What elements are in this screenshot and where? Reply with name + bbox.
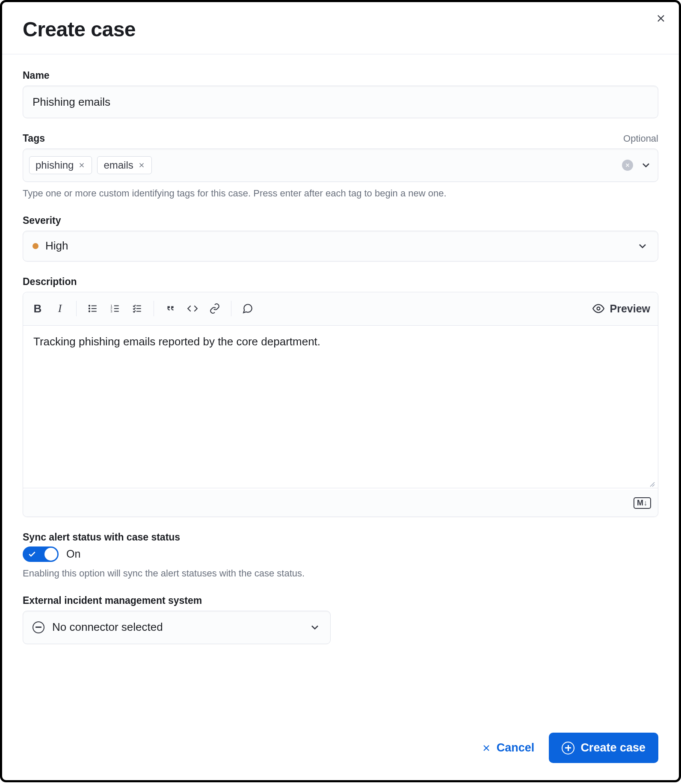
svg-point-4 xyxy=(89,308,90,309)
connector-field: External incident management system No c… xyxy=(23,595,658,644)
tags-optional: Optional xyxy=(623,133,658,144)
remove-tag-icon[interactable] xyxy=(78,161,86,169)
connector-value: No connector selected xyxy=(52,621,163,634)
create-case-button[interactable]: Create case xyxy=(549,733,658,763)
description-textarea[interactable] xyxy=(23,326,658,488)
tag-pill: emails xyxy=(97,156,151,174)
modal-body: Name Tags Optional phishing emails xyxy=(2,54,679,724)
svg-point-15 xyxy=(597,307,600,310)
svg-point-5 xyxy=(89,311,90,312)
modal-footer: Cancel Create case xyxy=(2,724,679,780)
svg-text:3: 3 xyxy=(110,309,112,313)
cancel-label: Cancel xyxy=(497,741,535,754)
code-icon[interactable] xyxy=(186,302,199,315)
tag-text: phishing xyxy=(36,159,74,171)
severity-label: Severity xyxy=(23,215,61,226)
chevron-down-icon xyxy=(309,621,321,633)
sync-state: On xyxy=(66,548,80,560)
sync-label: Sync alert status with case status xyxy=(23,532,180,543)
remove-tag-icon[interactable] xyxy=(138,161,145,169)
tag-text: emails xyxy=(104,159,133,171)
no-connector-icon xyxy=(33,621,44,633)
comment-icon[interactable] xyxy=(241,302,255,315)
chevron-down-icon xyxy=(637,240,648,252)
cancel-button[interactable]: Cancel xyxy=(479,736,537,760)
severity-value: High xyxy=(45,239,68,252)
clear-tags-icon[interactable] xyxy=(622,160,633,171)
svg-line-17 xyxy=(652,484,654,487)
connector-label: External incident management system xyxy=(23,595,202,606)
submit-label: Create case xyxy=(580,741,645,754)
eye-icon xyxy=(592,303,604,315)
description-field: Description B I 123 xyxy=(23,276,658,517)
severity-dot-icon xyxy=(33,243,38,249)
severity-field: Severity High xyxy=(23,215,658,261)
markdown-icon: M↓ xyxy=(634,497,651,509)
check-icon xyxy=(28,550,36,558)
create-case-modal: Create case Name Tags Optional phishing xyxy=(0,0,681,782)
checklist-icon[interactable] xyxy=(130,302,144,315)
sync-help: Enabling this option will sync the alert… xyxy=(23,567,658,580)
svg-point-3 xyxy=(89,306,90,306)
quote-icon[interactable] xyxy=(163,302,177,315)
modal-title: Create case xyxy=(23,18,136,41)
description-label: Description xyxy=(23,276,77,288)
italic-icon[interactable]: I xyxy=(53,302,67,315)
close-icon xyxy=(481,743,492,753)
bullet-list-icon[interactable] xyxy=(86,302,100,315)
ordered-list-icon[interactable]: 123 xyxy=(108,302,122,315)
preview-label: Preview xyxy=(610,303,650,315)
severity-select[interactable]: High xyxy=(23,231,658,261)
plus-circle-icon xyxy=(562,742,574,754)
sync-toggle[interactable] xyxy=(23,546,59,562)
tag-pill: phishing xyxy=(29,156,92,174)
svg-line-16 xyxy=(650,482,654,487)
resize-handle-icon[interactable] xyxy=(648,481,655,487)
link-icon[interactable] xyxy=(208,302,222,315)
tags-label: Tags xyxy=(23,133,45,144)
name-label: Name xyxy=(23,70,50,81)
editor-footer: M↓ xyxy=(23,490,658,517)
tags-field: Tags Optional phishing emails xyxy=(23,133,658,200)
preview-button[interactable]: Preview xyxy=(592,303,650,315)
connector-select[interactable]: No connector selected xyxy=(23,611,331,644)
chevron-down-icon[interactable] xyxy=(640,159,652,171)
close-icon[interactable] xyxy=(655,12,667,24)
tags-help: Type one or more custom identifying tags… xyxy=(23,187,658,200)
tags-input[interactable]: phishing emails xyxy=(23,148,658,182)
name-input[interactable] xyxy=(23,86,658,118)
name-field: Name xyxy=(23,70,658,118)
editor-toolbar: B I 123 xyxy=(23,292,658,326)
bold-icon[interactable]: B xyxy=(31,302,44,315)
modal-header: Create case xyxy=(2,2,679,54)
sync-field: Sync alert status with case status On En… xyxy=(23,532,658,580)
description-editor: B I 123 xyxy=(23,292,658,517)
